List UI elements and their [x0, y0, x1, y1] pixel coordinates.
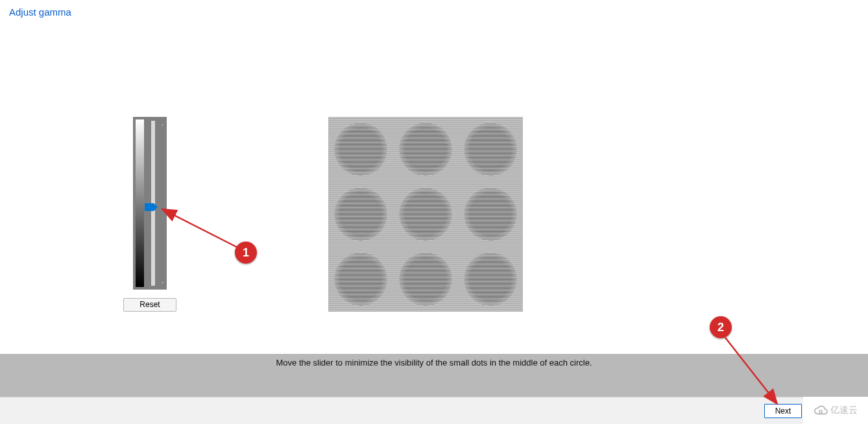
gamma-dot-icon	[334, 188, 387, 241]
wizard-nav-bar: Next	[0, 397, 868, 424]
gamma-dot-cell	[393, 117, 458, 182]
gamma-slider-container: - -	[133, 117, 167, 290]
gamma-dot-icon	[399, 188, 452, 241]
next-button[interactable]: Next	[764, 404, 802, 418]
instruction-bar: Move the slider to minimize the visibili…	[0, 354, 868, 397]
svg-point-3	[819, 410, 822, 413]
gamma-gradient-strip	[136, 119, 144, 287]
gamma-dot-cell	[458, 117, 523, 182]
slider-tick-top: -	[162, 121, 163, 128]
gamma-dot-cell	[393, 247, 458, 312]
svg-line-1	[162, 209, 239, 248]
instruction-text: Move the slider to minimize the visibili…	[0, 358, 868, 368]
gamma-dot-cell	[328, 182, 393, 247]
cloud-icon	[814, 403, 828, 418]
watermark: 亿速云	[803, 397, 868, 424]
gamma-dot-icon	[334, 253, 387, 306]
gamma-dot-cell	[458, 182, 523, 247]
gamma-dot-cell	[328, 117, 393, 182]
annotation-badge-2: 2	[710, 316, 732, 338]
gamma-dot-cell	[458, 247, 523, 312]
gamma-dot-cell	[328, 247, 393, 312]
watermark-text: 亿速云	[830, 405, 858, 416]
page-title: Adjust gamma	[9, 6, 71, 18]
slider-tick-bottom: -	[162, 279, 163, 286]
annotation-badge-1: 1	[235, 242, 257, 264]
gamma-slider-thumb[interactable]	[145, 203, 158, 211]
reset-button[interactable]: Reset	[123, 298, 176, 312]
gamma-dot-icon	[399, 253, 452, 306]
gamma-dot-icon	[334, 123, 387, 176]
gamma-dot-icon	[464, 188, 517, 241]
gamma-dot-icon	[464, 123, 517, 176]
gamma-preview-panel	[328, 117, 523, 312]
gamma-dot-icon	[464, 253, 517, 306]
gamma-dot-cell	[393, 182, 458, 247]
gamma-dot-icon	[399, 123, 452, 176]
